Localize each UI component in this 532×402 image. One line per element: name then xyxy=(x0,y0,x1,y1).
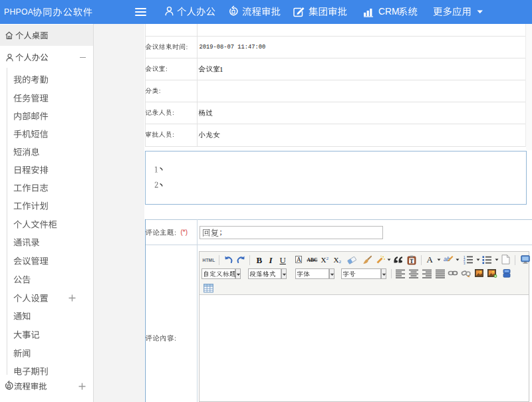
svg-text:T: T xyxy=(410,258,414,264)
